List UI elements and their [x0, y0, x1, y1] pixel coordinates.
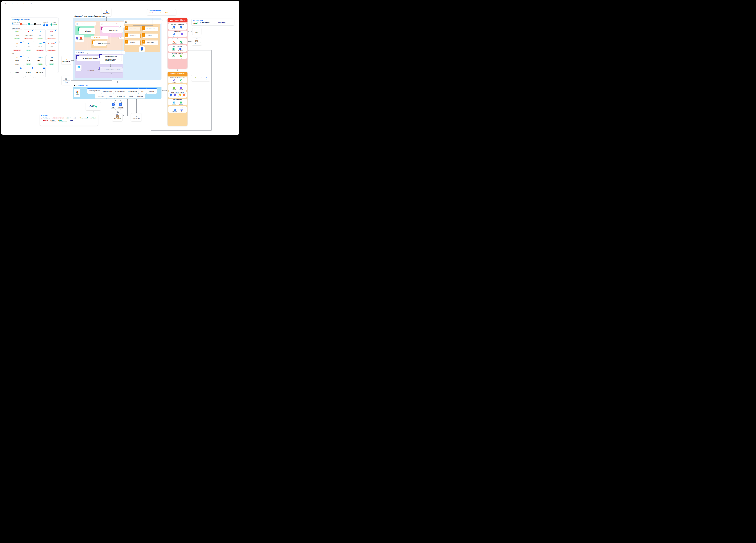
hr-card-title: TÍNH LƯƠNG: [177, 38, 185, 39]
hr-card-title: HỒ SƠ NHÂN SỰ: [173, 31, 182, 32]
kho-app-icon: ⌂: [141, 47, 143, 50]
bank-logo: M MSB cùng vươn tầm: [50, 120, 56, 122]
finance-chip: THU, CHI TIỀN MẶT, TIỀN GỬI: [87, 88, 101, 94]
esms-sms-text: SMS: [52, 23, 57, 26]
other-gov-label: CÁC CQNN KHÁC: [132, 118, 140, 119]
tax-office-bottom-label: CƠ QUAN THUẾ: [114, 118, 121, 120]
bank-logo: ◆ TECHCOMBANK: [52, 117, 64, 119]
hr-card: MỤC TIÊUTUYỂN DỤNG ◎ Mục tiêu ◉ Tuyển dụ…: [168, 23, 187, 30]
government-icon: ♜: [135, 116, 137, 118]
kho-app: ⌂ Kho: [139, 46, 145, 52]
app-label: Điều hành: [179, 89, 183, 90]
hr-card: BHXHTHUẾ TNCN + BHXH T Thuế TNCN: [168, 45, 187, 52]
bank-logo: ✓ Vietcombank: [78, 117, 88, 119]
app-label: Quy trình: [172, 104, 176, 105]
storage-label: OneDrive: [200, 79, 203, 80]
partner-card: ✓ ONCALL FPT ONCALL Đã kết nối: [35, 67, 46, 78]
app-item: W Wesign: [170, 94, 172, 97]
bank-logo: ★ MB: [73, 117, 76, 119]
email-marketing-label: EMAIL MARKETING: [12, 22, 41, 23]
finance-chip: THEO DÕI CÔNG NỢ: [126, 88, 138, 94]
finance-chip: BÁN HÀNG, XUẤT HĐ: [101, 88, 114, 94]
partner-logo: ◉ aiMarketing: [20, 23, 27, 25]
tax-building-icon: [116, 115, 119, 118]
ketoan-app: Kế toán: [74, 89, 80, 97]
warehouse-card-icon: ☰: [142, 33, 145, 37]
warehouse-icon: 🏬: [125, 21, 127, 23]
esms-logo: e SMS: [51, 23, 57, 26]
finance-chip: THUẾ: [106, 94, 114, 99]
bar-chart-icon: 📊: [101, 23, 103, 25]
app-item: ✉ Chat: [181, 109, 182, 112]
partner-card-name: Stringee: [15, 60, 19, 61]
partner-card-name: VinaCIS: [15, 34, 19, 36]
shipping-partner-logo: GHN Express: [165, 12, 168, 15]
app-label: Mục tiêu: [172, 28, 175, 29]
bank-icon: ✓: [78, 117, 79, 119]
status-badge: Kết nối: [37, 38, 43, 39]
warehouse-card: ↑ XUẤT KHO: [125, 41, 141, 45]
partner-card-logo: VINACIS: [15, 30, 19, 33]
hr-panel-title: Quản trị nguồn nhân lực: [168, 18, 187, 22]
app-icon: ☰: [173, 33, 175, 35]
customer-label: KHÁCH HÀNG: [103, 13, 110, 14]
brand-text2: cv®: [195, 22, 198, 24]
warehouse-card-label: KIỂM KÊ: [148, 35, 152, 36]
partner-logo-icon: ◡: [12, 23, 13, 25]
social-icon: f: [43, 24, 45, 26]
muahang-app-icon: M: [78, 66, 80, 68]
mkt-cskh-panel: ĐỐI TÁC DỊCH VỤ MKT & CSKH EMAIL MARKETI…: [10, 18, 59, 73]
bar-chart-icon: 📊: [92, 37, 93, 38]
tax-office-bottom-node: CƠ QUAN THUẾ: [112, 114, 122, 121]
ops-card-title: TRUYỀN THÔNG NỘI BỘ: [171, 107, 184, 108]
warehouse-card-label: GIAO HÀNG: [130, 28, 136, 29]
partner-card-logo: VCC: [51, 56, 53, 58]
app-icon: ⌂: [180, 87, 182, 89]
app-label: Workflow: [179, 104, 182, 105]
bank-logo: S SHB: [69, 120, 73, 121]
partner-card: ✓ VCC VCC Kết nối: [46, 55, 57, 66]
shipping-partner-logo: viettel post: [149, 12, 153, 15]
shipping-partners-card: ĐỐI TÁC VẬN CHUYỂN viettel post ☺ GHTK ✔…: [147, 9, 176, 16]
partner-card-logo: VMG: [16, 42, 18, 44]
status-badge: Đã kết nối: [14, 63, 21, 65]
partner-card-logo: OMICall: [15, 68, 19, 70]
app-item: $ Lương: [180, 41, 183, 44]
app-label: Chat: [181, 111, 182, 112]
status-badge: Ngừng kết nối: [47, 50, 56, 51]
partner-logo-name: GetResponse: [14, 24, 19, 25]
bank-logo: ◉ VietinBank: [41, 117, 50, 119]
finance-chip: TSCĐ, CCDC: [95, 94, 106, 99]
person-icon: [105, 10, 108, 13]
app-item: ↻ Workflow: [179, 102, 182, 105]
app-icon: ◉: [173, 41, 175, 43]
partner-card-logo: FPT Telecom: [48, 42, 55, 44]
finance-chip: KHO: [138, 88, 146, 94]
bank-icon: M: [50, 120, 51, 121]
app-label: Thông tin nhân sự: [171, 36, 178, 37]
app-item: + BHXH: [173, 48, 175, 51]
tax-office-right-label: CƠ QUAN THUẾ: [193, 42, 201, 44]
partner-card: ✓ VMG VMG Ngừng kết nối: [12, 41, 22, 52]
app-item: Q Quy trình: [172, 102, 176, 105]
finance-header-label: TÀI CHÍNH KẾ TOÁN: [76, 85, 88, 86]
hr-card-title: ĐÀO TẠO: [178, 53, 184, 54]
partner-card-logo: ONCALL: [38, 68, 42, 70]
building-icon: ▦: [65, 78, 67, 80]
shipping-partner-logo: ☺ GHTK: [154, 12, 156, 15]
customs-node: ▦ CƠ QUAN HẢI QUAN: [62, 76, 71, 85]
app-label: Chấm công: [173, 43, 177, 44]
ops-card: QUẢN LÝ QUY TRÌNH Q Quy trình ↻ Workflow: [168, 99, 187, 105]
sales-card: BÁN HÀNG: [79, 28, 95, 34]
hr-card: ĐÁNH GIÁĐÀO TẠO ★ Đánh giá ✎ eLearning P…: [168, 53, 187, 59]
app-item: S eShop: [76, 37, 78, 40]
sms-card-grid: ✓ VINACIS VinaCIS Kết nối ✓ ● SouthTelec…: [12, 29, 57, 52]
verified-icon: ✓: [43, 67, 45, 69]
voip-label: VOIP: [12, 53, 57, 54]
hr-cards: MỤC TIÊUTUYỂN DỤNG ◎ Mục tiêu ◉ Tuyển dụ…: [168, 22, 187, 69]
brand-subtext: Express: [165, 14, 168, 15]
app-label: Tuyển dụng: [179, 28, 183, 29]
warehouse-card-icon: ↑: [125, 40, 128, 44]
tax-app-label: mTAX: [111, 107, 115, 109]
main-title: QUẢN TRỊ CHUỖI CUNG ỨNG & QUẢN TRỊ BÁN H…: [73, 16, 105, 17]
